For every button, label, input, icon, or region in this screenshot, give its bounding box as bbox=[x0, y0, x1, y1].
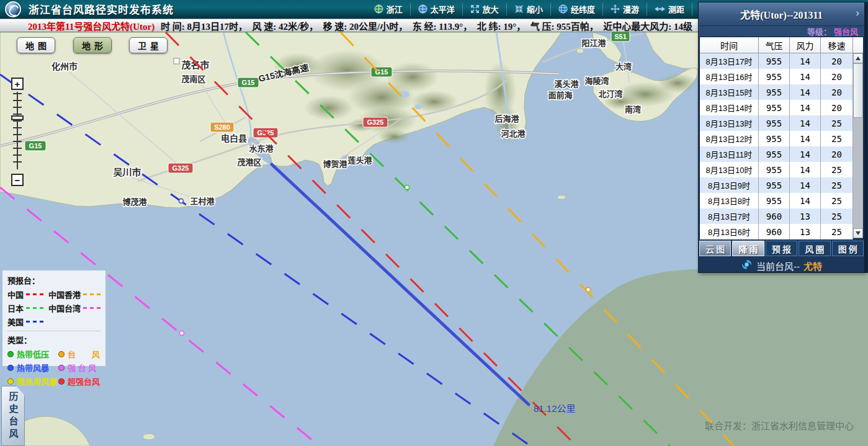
svg-text:S280: S280 bbox=[214, 123, 230, 131]
grade-label: 等级： bbox=[807, 25, 831, 37]
table-row[interactable]: 8月13日6时9601325 bbox=[700, 224, 853, 239]
legend-agency: 中国香港 bbox=[48, 288, 101, 300]
table-row[interactable]: 8月13日16时9551420 bbox=[700, 69, 853, 84]
type-dot-icon bbox=[58, 351, 65, 357]
zoom-in-icon bbox=[470, 4, 480, 14]
dash-sample bbox=[83, 293, 101, 295]
legend-type: 强 台 风 bbox=[58, 362, 101, 373]
svg-text:阳江港: 阳江港 bbox=[581, 38, 606, 48]
zoom-in-button[interactable]: + bbox=[11, 78, 24, 90]
type-dot-icon bbox=[58, 365, 65, 371]
current-typhoon-name: 尤特 bbox=[803, 259, 822, 272]
toolbar-zoom-in[interactable]: 放大 bbox=[462, 3, 506, 16]
zoom-out-button[interactable]: − bbox=[11, 174, 24, 186]
svg-text:博贺港: 博贺港 bbox=[323, 159, 347, 169]
current-typhoon-label: 当前台风-- bbox=[756, 259, 800, 272]
city-marker-icon bbox=[174, 58, 179, 64]
typhoon-info-panel: 尤特(Utor)--201311 › 等级： 强台风 时间 气压 风力 移速 8… bbox=[698, 2, 865, 273]
islet bbox=[557, 195, 566, 200]
table-row[interactable]: 8月13日12时9551425 bbox=[700, 131, 853, 146]
scrollbar-thumb[interactable] bbox=[853, 63, 863, 118]
globe-zhejiang-icon bbox=[374, 4, 383, 14]
lake bbox=[400, 91, 409, 97]
toolbar-zhejiang[interactable]: 浙江 bbox=[367, 3, 410, 16]
type-dot-icon bbox=[58, 378, 65, 385]
toolbar-zoom-out[interactable]: 缩小 bbox=[506, 3, 550, 16]
app-logo-icon bbox=[5, 1, 21, 17]
measure-icon bbox=[655, 5, 665, 13]
svg-text:茂南区: 茂南区 bbox=[181, 74, 205, 84]
legend-type: 台 风 bbox=[58, 348, 101, 360]
zoom-slider-track[interactable] bbox=[12, 92, 22, 169]
panel-tabs: 云图 降雨 预报 风圈 图例 bbox=[699, 241, 864, 256]
typhoon-app: 浙江省台风路径实时发布系统 浙江 太平洋 放大 缩小 经纬度 bbox=[0, 0, 868, 446]
svg-text:S51: S51 bbox=[614, 33, 627, 40]
svg-text:溪头港: 溪头港 bbox=[554, 79, 579, 89]
collapse-panel-icon[interactable]: › bbox=[856, 7, 859, 19]
table-row[interactable]: 8月13日17时9551420 bbox=[700, 53, 853, 69]
layer-button-terrain[interactable]: 地形 bbox=[73, 37, 112, 53]
legend-agency: 美国 bbox=[7, 316, 47, 328]
scroll-down-button[interactable] bbox=[853, 228, 863, 238]
toolbar-measure[interactable]: 测距 bbox=[647, 3, 692, 16]
col-header-time: 时间 bbox=[700, 37, 759, 53]
legend-divider bbox=[7, 331, 101, 331]
table-row[interactable]: 8月13日13时9551425 bbox=[700, 115, 853, 131]
tab-cloud[interactable]: 云图 bbox=[699, 241, 731, 256]
table-row[interactable]: 8月13日10时9551425 bbox=[700, 162, 853, 177]
col-header-spacer bbox=[853, 37, 863, 53]
legend-agency: 日本 bbox=[7, 302, 47, 314]
latlon-globe-icon bbox=[558, 4, 568, 14]
zoom-slider-handle[interactable] bbox=[11, 115, 24, 120]
layer-button-satellite[interactable]: 卫星 bbox=[129, 37, 168, 53]
table-row[interactable]: 8月13日14时9551420 bbox=[700, 100, 853, 115]
legend-type: 热带风暴 bbox=[7, 362, 57, 373]
pan-icon bbox=[611, 4, 620, 14]
type-dot-icon bbox=[7, 378, 14, 385]
zoom-control: + − bbox=[11, 78, 25, 90]
svg-text:化州市: 化州市 bbox=[51, 61, 78, 71]
svg-text:后海港: 后海港 bbox=[494, 114, 519, 123]
legend-agency: 中国台湾 bbox=[48, 302, 101, 314]
svg-text:电白县: 电白县 bbox=[221, 133, 247, 143]
svg-text:吴川市: 吴川市 bbox=[113, 167, 141, 177]
svg-text:北汀湾: 北汀湾 bbox=[598, 89, 622, 99]
toolbar-pacific[interactable]: 太平洋 bbox=[410, 3, 462, 16]
globe-pacific-icon bbox=[418, 4, 427, 14]
table-row[interactable]: 8月13日8时9551425 bbox=[700, 193, 853, 208]
lake bbox=[414, 104, 422, 109]
toolbar-pan[interactable]: 漫游 bbox=[602, 3, 647, 16]
current-typhoon-row[interactable]: 当前台风-- 尤特 bbox=[699, 258, 864, 273]
table-row[interactable]: 8月13日11时9551420 bbox=[700, 146, 853, 162]
table-scrollbar[interactable] bbox=[853, 53, 863, 238]
tab-maplegend[interactable]: 图例 bbox=[832, 241, 864, 256]
col-header-pressure: 气压 bbox=[759, 37, 790, 53]
toolbar-latlon[interactable]: 经纬度 bbox=[550, 3, 602, 16]
scroll-down-icon bbox=[856, 231, 861, 235]
layer-button-map[interactable]: 地图 bbox=[17, 37, 55, 53]
svg-text:茂港区: 茂港区 bbox=[237, 158, 261, 167]
table-row[interactable]: 8月13日15时9551420 bbox=[700, 84, 853, 100]
zoom-out-icon bbox=[514, 4, 524, 14]
scroll-up-button[interactable] bbox=[853, 53, 863, 63]
panel-titlebar: 尤特(Utor)--201311 › bbox=[699, 2, 864, 26]
typhoon-data-table: 时间 气压 风力 移速 8月13日17时9551420 8月13日16时9551… bbox=[699, 37, 864, 239]
svg-text:博茂港: 博茂港 bbox=[122, 197, 147, 207]
tab-forecast[interactable]: 预报 bbox=[766, 241, 797, 256]
table-rows: 8月13日17时9551420 8月13日16时9551420 8月13日15时… bbox=[700, 53, 853, 239]
svg-text:水东港: 水东港 bbox=[249, 144, 274, 153]
tab-rain[interactable]: 降雨 bbox=[732, 241, 764, 256]
grade-value: 强台风 bbox=[834, 25, 858, 37]
history-typhoon-tab[interactable]: 历史台风 bbox=[1, 386, 25, 446]
svg-text:G325: G325 bbox=[172, 164, 189, 172]
table-row[interactable]: 8月13日9时9551425 bbox=[700, 177, 853, 193]
col-header-wind: 风力 bbox=[790, 37, 821, 53]
type-dot-icon bbox=[7, 351, 14, 357]
legend-type-title: 类型： bbox=[7, 334, 101, 346]
table-body: 8月13日17时9551420 8月13日16时9551420 8月13日15时… bbox=[700, 53, 863, 238]
svg-text:莲头港: 莲头港 bbox=[347, 156, 372, 165]
table-row[interactable]: 8月13日7时9601325 bbox=[700, 208, 853, 224]
tab-windcircle[interactable]: 风圈 bbox=[799, 241, 830, 256]
ticker-storm-name: 2013年第11号强台风尤特(Utor) bbox=[28, 19, 154, 32]
svg-text:河北港: 河北港 bbox=[501, 129, 526, 138]
